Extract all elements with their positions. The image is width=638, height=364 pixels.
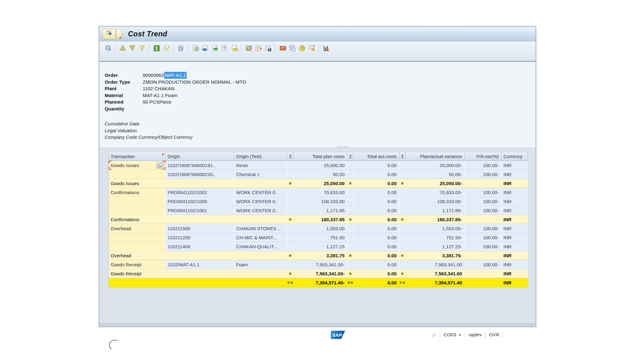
toolbar-button-time[interactable]: [297, 44, 307, 53]
cell-total-act-costs[interactable]: 0.00: [354, 269, 399, 278]
cell-total-act-costs[interactable]: 0.00: [354, 197, 399, 206]
toolbar-button-filter[interactable]: [137, 44, 147, 53]
cell-total-plan-costs[interactable]: 1,171.85: [293, 206, 347, 215]
cell-origin[interactable]: PRD0041102/1000: [166, 197, 234, 206]
cell-origin[interactable]: [166, 251, 234, 260]
cell-total-act-costs[interactable]: 0.00: [354, 233, 399, 242]
cell-origin-text[interactable]: [234, 215, 287, 224]
cell-plan-actual-variance[interactable]: 7,563,341.00: [406, 260, 465, 269]
cell-plan-actual-variance[interactable]: 1,503.00-: [406, 224, 465, 233]
cell-origin-text[interactable]: [234, 269, 287, 278]
cell-sigma-variance[interactable]: [399, 251, 406, 260]
cell-origin[interactable]: [166, 278, 234, 287]
cell-total-plan-costs[interactable]: 25,050.00: [293, 179, 347, 188]
cell-transaction[interactable]: [109, 197, 166, 206]
cell-currency[interactable]: INR: [502, 242, 528, 251]
toolbar-button-print-preview[interactable]: [176, 44, 186, 53]
cell-pa-var-pct[interactable]: 100.00-: [465, 224, 502, 233]
cell-sigma-plan[interactable]: [287, 161, 293, 170]
cell-transaction[interactable]: Goods Receipt: [109, 269, 166, 278]
cell-origin[interactable]: 110211400: [166, 242, 234, 251]
cell-sigma-variance[interactable]: [399, 224, 406, 233]
cell-currency[interactable]: INR: [502, 161, 528, 170]
toolbar-button-abc-analysis[interactable]: T: [220, 44, 229, 53]
cell-transaction[interactable]: Overhead: [109, 224, 166, 233]
cell-sigma-act[interactable]: [347, 179, 354, 188]
cell-origin-text[interactable]: WORK CENTER 0..: [234, 197, 287, 206]
cell-plan-actual-variance[interactable]: 3,381.75-: [406, 251, 465, 260]
cell-pa-var-pct[interactable]: 100.00-: [465, 188, 502, 197]
cell-sigma-act[interactable]: [347, 242, 354, 251]
cell-sigma-variance[interactable]: [399, 215, 406, 224]
cell-currency[interactable]: INR: [502, 233, 528, 242]
cell-total-plan-costs[interactable]: 7,563,341.00-: [293, 260, 347, 269]
cell-currency[interactable]: INR: [502, 278, 528, 287]
cell-sigma-act[interactable]: [347, 215, 354, 224]
cell-transaction[interactable]: [109, 170, 166, 179]
cell-origin-text[interactable]: CHAKAN-STORES ..: [234, 224, 287, 233]
cell-pa-var-pct[interactable]: 100.00-: [465, 260, 502, 269]
cell-sigma-plan[interactable]: [287, 188, 293, 197]
cell-plan-actual-variance[interactable]: 7,563,341.00: [406, 269, 465, 278]
cell-sigma-plan[interactable]: [287, 215, 293, 224]
cell-sigma-act[interactable]: [347, 197, 354, 206]
layout-menu-dropdown-button[interactable]: [116, 29, 122, 39]
cell-transaction[interactable]: Goods Issues: [109, 179, 166, 188]
cell-total-act-costs[interactable]: 0.00: [354, 170, 399, 179]
cell-total-act-costs[interactable]: 0.00: [354, 179, 399, 188]
cell-origin-text[interactable]: Resin: [234, 161, 287, 170]
cell-total-act-costs[interactable]: 0.00: [354, 224, 399, 233]
cell-currency[interactable]: INR: [502, 197, 528, 206]
toolbar-button-save-layout[interactable]: [263, 44, 273, 53]
column-header-total-act-costs[interactable]: Total act.costs: [354, 152, 399, 161]
cell-pa-var-pct[interactable]: 100.00-: [465, 206, 502, 215]
cell-sigma-plan[interactable]: [287, 251, 293, 260]
column-header-currency[interactable]: Currency: [502, 152, 528, 161]
toolbar-button-export-spreadsheet[interactable]: [191, 44, 200, 53]
cell-sigma-plan[interactable]: [287, 278, 293, 287]
cell-sigma-variance[interactable]: [399, 260, 406, 269]
cell-origin[interactable]: 110211500: [166, 224, 234, 233]
cell-sigma-plan[interactable]: [287, 197, 293, 206]
cell-total-act-costs[interactable]: 0.00: [354, 278, 399, 287]
cell-total-plan-costs[interactable]: 1,503.00: [293, 224, 347, 233]
cell-plan-actual-variance[interactable]: 25,050.00-: [406, 179, 465, 188]
cell-pa-var-pct[interactable]: 100.00-: [465, 242, 502, 251]
toolbar-button-units-conversion[interactable]: [288, 44, 297, 53]
cell-plan-actual-variance[interactable]: 180,337.85-: [406, 215, 465, 224]
cell-total-act-costs[interactable]: 0.00: [354, 161, 399, 170]
column-header-sigma-plan[interactable]: Σ: [287, 152, 293, 161]
cell-total-plan-costs[interactable]: 7,563,341.00-: [293, 269, 347, 278]
column-header-total-plan-costs[interactable]: Total plan costs: [293, 152, 347, 161]
cell-sigma-act[interactable]: [347, 170, 354, 179]
cell-transaction[interactable]: [109, 233, 166, 242]
cell-origin[interactable]: PRD0041102/1001: [166, 206, 234, 215]
cell-sigma-variance[interactable]: [399, 242, 406, 251]
column-header-plan-actual-variance[interactable]: Plan/actual variance: [406, 152, 465, 161]
splitter-handle[interactable]: [338, 147, 347, 147]
cell-total-plan-costs[interactable]: 50.00: [293, 170, 347, 179]
cell-pa-var-pct[interactable]: 100.00-: [465, 233, 502, 242]
cell-currency[interactable]: INR: [502, 170, 528, 179]
cell-transaction[interactable]: Goods Issues: [109, 161, 166, 170]
cell-origin-text[interactable]: CHAKAN-QUALIT...: [234, 242, 287, 251]
cell-plan-actual-variance[interactable]: 108,333.00-: [406, 197, 465, 206]
cell-sigma-plan[interactable]: [287, 233, 293, 242]
cell-currency[interactable]: INR: [502, 269, 528, 278]
cell-sigma-act[interactable]: [347, 278, 354, 287]
cell-origin-text[interactable]: Chemical 1: [234, 170, 287, 179]
cell-plan-actual-variance[interactable]: 1,127.25-: [406, 242, 465, 251]
cell-plan-actual-variance[interactable]: 70,833.00-: [406, 188, 465, 197]
cell-sigma-variance[interactable]: [399, 179, 406, 188]
cell-total-plan-costs[interactable]: 70,833.00: [293, 188, 347, 197]
cell-total-act-costs[interactable]: 0.00: [354, 251, 399, 260]
cell-sigma-variance[interactable]: [399, 188, 406, 197]
cell-origin-text[interactable]: Foam: [234, 260, 287, 269]
cell-pa-var-pct[interactable]: [465, 179, 502, 188]
cell-sigma-variance[interactable]: [399, 233, 406, 242]
layout-menu-button[interactable]: [102, 29, 116, 39]
cell-plan-actual-variance[interactable]: 50.00-: [406, 170, 465, 179]
cell-pa-var-pct[interactable]: [465, 251, 502, 260]
column-header-pa-var-pct[interactable]: P/A var(%): [465, 152, 502, 161]
cell-total-act-costs[interactable]: 0.00: [354, 260, 399, 269]
